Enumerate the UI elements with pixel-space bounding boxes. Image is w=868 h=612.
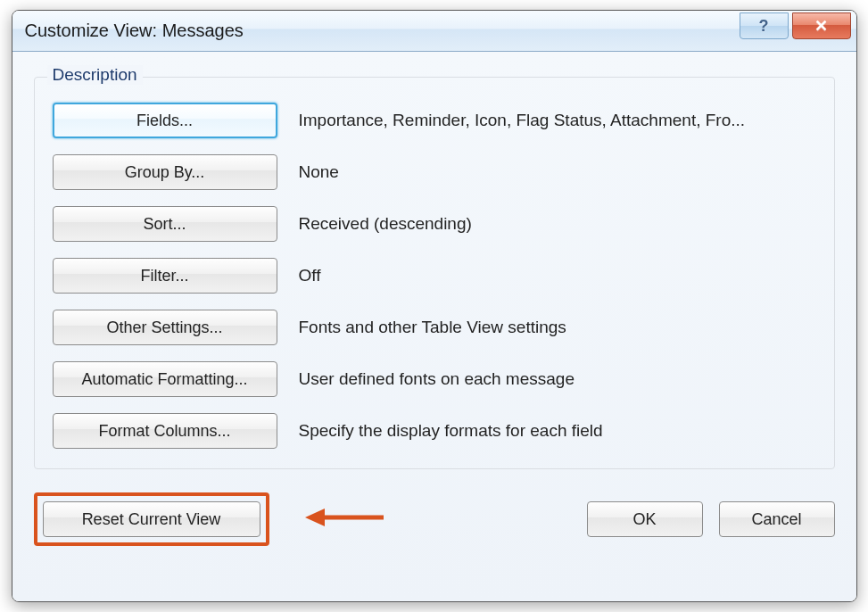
row-sort: Sort... Received (descending) [53, 206, 816, 242]
other-settings-desc: Fonts and other Table View settings [299, 318, 816, 337]
titlebar: Customize View: Messages ? ✕ [12, 11, 856, 52]
format-columns-button[interactable]: Format Columns... [53, 413, 277, 449]
cancel-button[interactable]: Cancel [719, 501, 835, 537]
other-settings-button[interactable]: Other Settings... [53, 310, 277, 345]
filter-desc: Off [299, 266, 816, 285]
help-icon: ? [759, 17, 769, 36]
description-groupbox: Description Fields... Importance, Remind… [34, 77, 835, 469]
dialog-title: Customize View: Messages [12, 21, 244, 41]
titlebar-buttons: ? ✕ [740, 12, 851, 39]
bottom-row: Reset Current View OK Cancel [34, 492, 835, 546]
sort-button[interactable]: Sort... [53, 206, 277, 242]
row-other-settings: Other Settings... Fonts and other Table … [53, 310, 816, 345]
fields-desc: Importance, Reminder, Icon, Flag Status,… [299, 111, 816, 130]
annotation-arrow-icon [305, 503, 385, 536]
groupby-desc: None [299, 162, 816, 182]
ok-button[interactable]: OK [587, 501, 703, 537]
row-groupby: Group By... None [53, 154, 816, 190]
fields-button[interactable]: Fields... [53, 103, 277, 138]
format-columns-desc: Specify the display formats for each fie… [299, 421, 816, 441]
groupby-button[interactable]: Group By... [53, 154, 277, 190]
reset-current-view-button[interactable]: Reset Current View [43, 501, 260, 537]
dialog-body: Description Fields... Importance, Remind… [12, 52, 856, 601]
groupbox-legend: Description [47, 65, 143, 85]
row-format-columns: Format Columns... Specify the display fo… [53, 413, 816, 449]
filter-button[interactable]: Filter... [53, 258, 277, 294]
svg-marker-1 [305, 509, 325, 526]
close-button[interactable]: ✕ [792, 12, 851, 39]
row-automatic-formatting: Automatic Formatting... User defined fon… [53, 361, 816, 397]
sort-desc: Received (descending) [299, 214, 816, 234]
help-button[interactable]: ? [740, 12, 789, 39]
annotation-highlight: Reset Current View [34, 492, 269, 546]
dialog: Customize View: Messages ? ✕ Description… [12, 10, 857, 602]
automatic-formatting-button[interactable]: Automatic Formatting... [53, 361, 277, 397]
row-filter: Filter... Off [53, 258, 816, 294]
close-icon: ✕ [814, 16, 828, 36]
automatic-formatting-desc: User defined fonts on each message [299, 369, 816, 389]
row-fields: Fields... Importance, Reminder, Icon, Fl… [53, 103, 816, 138]
